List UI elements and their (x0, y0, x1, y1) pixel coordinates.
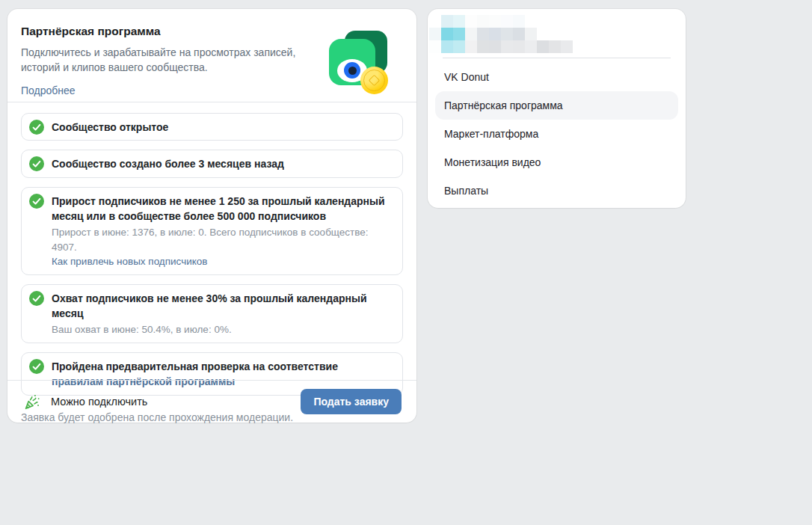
redacted-pixel (585, 40, 597, 53)
redacted-pixel (477, 28, 489, 40)
redacted-pixel (429, 28, 441, 40)
menu-item-video-monetization[interactable]: Монетизация видео (435, 148, 678, 176)
requirement-title: Сообщество открытое (52, 118, 168, 135)
menu-item-market-platform[interactable]: Маркет-платформа (435, 120, 678, 148)
requirement-row-open-community: Сообщество открытое (21, 113, 403, 141)
redacted-pixel (429, 40, 441, 53)
requirement-row-subscriber-growth: Прирост подписчиков не менее 1 250 за пр… (21, 187, 403, 275)
redacted-pixel (501, 40, 513, 53)
redacted-pixel (549, 15, 561, 28)
redacted-pixel (537, 40, 549, 53)
more-link[interactable]: Подробнее (21, 85, 76, 96)
redacted-pixel (501, 28, 513, 40)
requirement-row-reach: Охват подписчиков не менее 30% за прошлы… (21, 284, 403, 343)
requirement-subtext: Ваш охват в июне: 50.4%, в июле: 0%. (52, 322, 392, 337)
menu-item-partner-program[interactable]: Партнёрская программа (435, 91, 678, 120)
card-header: Партнёрская программа Подключитесь и зар… (7, 9, 416, 102)
redacted-pixel (537, 28, 549, 40)
redacted-pixel (453, 15, 465, 28)
check-icon (29, 291, 44, 306)
requirement-title: Прирост подписчиков не менее 1 250 за пр… (52, 192, 392, 224)
redacted-pixel (477, 15, 489, 28)
partner-program-icon (329, 31, 387, 95)
submit-application-button[interactable]: Подать заявку (301, 389, 402, 414)
check-icon (29, 156, 44, 171)
check-icon (29, 359, 44, 374)
redacted-pixel (561, 15, 573, 28)
redacted-pixel (573, 40, 585, 53)
requirement-subtext: Прирост в июне: 1376, в июле: 0. Всего п… (52, 225, 392, 254)
program-description: Подключитесь и зарабатывайте на просмотр… (21, 46, 299, 76)
redacted-pixel (573, 28, 585, 40)
redacted-pixel (453, 28, 465, 40)
card-footer: Можно подключить Подать заявку (7, 380, 416, 423)
redacted-pixel (537, 15, 549, 28)
redacted-pixel (441, 40, 453, 53)
redacted-pixel (513, 15, 525, 28)
status-text: Можно подключить (51, 396, 147, 408)
check-icon (29, 194, 44, 209)
redacted-pixel (525, 15, 537, 28)
redacted-pixel (585, 28, 597, 40)
redacted-pixel (501, 15, 513, 28)
redacted-pixel (441, 15, 453, 28)
redacted-pixel (465, 28, 477, 40)
redacted-pixel (429, 15, 441, 28)
attract-subscribers-link[interactable]: Как привлечь новых подписчиков (52, 254, 208, 269)
redacted-pixel (453, 40, 465, 53)
redacted-pixel (585, 15, 597, 28)
redacted-pixel (489, 28, 501, 40)
menu-item-payouts[interactable]: Выплаты (435, 176, 678, 205)
menu-divider (443, 58, 671, 58)
redacted-community-info (429, 15, 597, 53)
redacted-pixel (477, 40, 489, 53)
redacted-pixel (549, 40, 561, 53)
redacted-pixel (561, 40, 573, 53)
redacted-pixel (465, 15, 477, 28)
redacted-pixel (525, 28, 537, 40)
redacted-pixel (465, 40, 477, 53)
check-icon (29, 120, 44, 135)
redacted-pixel (573, 15, 585, 28)
redacted-pixel (441, 28, 453, 40)
partner-program-card: Партнёрская программа Подключитесь и зар… (7, 9, 416, 423)
menu-item-vk-donut[interactable]: VK Donut (435, 63, 678, 91)
redacted-pixel (549, 28, 561, 40)
redacted-pixel (489, 40, 501, 53)
party-popper-icon (22, 392, 42, 411)
requirement-row-community-age: Сообщество создано более 3 месяцев назад (21, 150, 403, 177)
redacted-pixel (513, 28, 525, 40)
requirement-title: Охват подписчиков не менее 30% за прошлы… (52, 289, 392, 322)
redacted-pixel (513, 40, 525, 53)
redacted-pixel (561, 28, 573, 40)
requirement-title: Сообщество создано более 3 месяцев назад (52, 155, 284, 171)
monetization-menu: VK Donut Партнёрская программа Маркет-пл… (435, 63, 678, 205)
redacted-pixel (489, 15, 501, 28)
redacted-pixel (525, 40, 537, 53)
page: Партнёрская программа Подключитесь и зар… (0, 0, 812, 525)
coin-icon (360, 67, 388, 94)
monetization-menu-card: VK Donut Партнёрская программа Маркет-пл… (428, 9, 686, 208)
requirements-checklist: Сообщество открытое Сообщество создано б… (7, 102, 416, 396)
eye-pupil (348, 67, 357, 75)
requirement-title-text: Пройдена предварительная проверка на соо… (52, 360, 338, 372)
